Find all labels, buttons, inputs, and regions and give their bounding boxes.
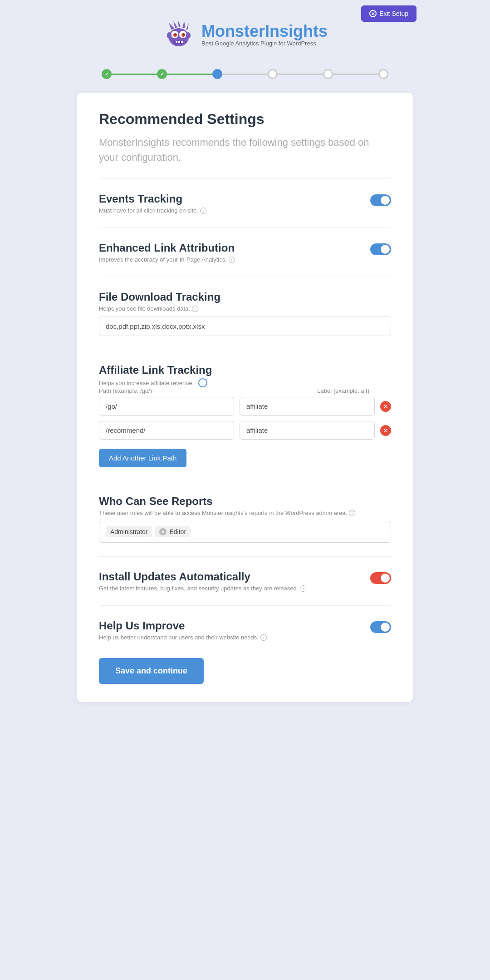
help-improve-section: Help Us Improve Help us better understan… — [99, 619, 391, 641]
help-improve-header: Help Us Improve Help us better understan… — [99, 619, 391, 641]
file-download-input[interactable] — [99, 317, 391, 336]
exit-icon: ✕ — [369, 10, 377, 17]
progress-bar — [68, 64, 422, 93]
progress-step-2 — [157, 69, 167, 79]
file-download-desc-text: Helps you see file downloads data. — [99, 305, 190, 312]
svg-point-16 — [167, 32, 172, 39]
install-updates-desc-text: Get the latest features, bug fixes, and … — [99, 585, 298, 592]
roles-tag-input[interactable]: Administrator ✕ Editor — [99, 521, 391, 543]
enhanced-link-toggle[interactable] — [370, 243, 391, 255]
file-download-title: File Download Tracking — [99, 291, 391, 303]
progress-step-3 — [212, 69, 222, 79]
install-updates-title: Install Updates Automatically — [99, 570, 306, 583]
affiliate-path-input-1[interactable] — [99, 397, 234, 416]
who-can-see-section: Who Can See Reports These user roles wil… — [99, 495, 391, 543]
divider-1 — [99, 178, 391, 179]
events-tracking-text: Events Tracking Must have for all click … — [99, 193, 206, 214]
logo-name-part1: Monster — [201, 22, 265, 40]
enhanced-link-toggle-knob — [381, 245, 390, 254]
exit-setup-label: Exit Setup — [379, 10, 408, 17]
who-can-see-desc: These user roles will be able to access … — [99, 510, 391, 516]
help-improve-title: Help Us Improve — [99, 619, 267, 632]
role-tag-editor: ✕ Editor — [155, 526, 191, 537]
monster-logo-icon — [162, 18, 195, 51]
enhanced-link-section: Enhanced Link Attribution Improves the a… — [99, 242, 391, 263]
help-improve-desc: Help us better understand our users and … — [99, 634, 267, 641]
logo-tagline: Best Google Analytics Plugin for WordPre… — [201, 40, 328, 47]
install-updates-info-icon[interactable]: i — [300, 585, 306, 592]
save-and-continue-button[interactable]: Save and continue — [99, 658, 204, 684]
help-improve-toggle-slider — [370, 621, 391, 633]
divider-6 — [99, 556, 391, 557]
install-updates-header: Install Updates Automatically Get the la… — [99, 570, 391, 592]
page-title: Recommended Settings — [99, 111, 391, 128]
svg-rect-13 — [176, 41, 177, 43]
svg-marker-4 — [182, 21, 185, 28]
affiliate-column-labels: Path (example: /go/) Label (example: aff… — [99, 387, 391, 394]
page-subtitle: MonsterInsights recommends the following… — [99, 135, 391, 165]
enhanced-link-header: Enhanced Link Attribution Improves the a… — [99, 242, 391, 263]
progress-line-1 — [112, 74, 157, 75]
events-tracking-desc: Must have for all click tracking on site… — [99, 207, 206, 214]
svg-rect-15 — [181, 41, 183, 43]
help-improve-toggle[interactable] — [370, 621, 391, 633]
progress-line-3 — [222, 74, 268, 75]
enhanced-link-text: Enhanced Link Attribution Improves the a… — [99, 242, 235, 263]
file-download-desc: Helps you see file downloads data. i — [99, 305, 391, 312]
affiliate-row-1: ✕ — [99, 397, 391, 416]
logo-name-part2: Insights — [265, 22, 328, 40]
affiliate-link-desc-text: Helps you increase affiliate revenue. — [99, 380, 194, 386]
enhanced-link-title: Enhanced Link Attribution — [99, 242, 235, 254]
enhanced-link-desc-text: Improves the accuracy of your In-Page An… — [99, 256, 227, 263]
events-tracking-toggle[interactable] — [370, 194, 391, 206]
help-improve-desc-text: Help us better understand our users and … — [99, 634, 259, 641]
enhanced-link-desc: Improves the accuracy of your In-Page An… — [99, 256, 235, 263]
progress-step-1 — [102, 69, 112, 79]
affiliate-label-input-1[interactable] — [240, 397, 375, 416]
enhanced-link-info-icon[interactable]: i — [229, 257, 235, 263]
install-updates-text: Install Updates Automatically Get the la… — [99, 570, 306, 592]
affiliate-path-input-2[interactable] — [99, 421, 234, 440]
svg-marker-2 — [173, 21, 177, 28]
file-download-section: File Download Tracking Helps you see fil… — [99, 291, 391, 336]
progress-step-6 — [378, 69, 388, 79]
svg-rect-14 — [178, 41, 180, 43]
progress-step-4 — [268, 69, 278, 79]
events-tracking-toggle-knob — [381, 196, 390, 205]
role-tag-editor-remove[interactable]: ✕ — [159, 528, 167, 535]
logo-text: MonsterInsights Best Google Analytics Pl… — [201, 22, 328, 47]
affiliate-link-title: Affiliate Link Tracking — [99, 364, 391, 376]
exit-setup-button[interactable]: ✕ Exit Setup — [361, 5, 416, 22]
affiliate-remove-button-1[interactable]: ✕ — [380, 401, 391, 412]
who-can-see-info-icon[interactable]: i — [349, 510, 355, 516]
progress-line-5 — [333, 74, 378, 75]
logo-name: MonsterInsights — [201, 22, 328, 40]
events-tracking-section: Events Tracking Must have for all click … — [99, 193, 391, 214]
enhanced-link-toggle-slider — [370, 243, 391, 255]
svg-point-17 — [186, 32, 191, 39]
install-updates-toggle[interactable] — [370, 572, 391, 584]
divider-5 — [99, 481, 391, 481]
install-updates-section: Install Updates Automatically Get the la… — [99, 570, 391, 592]
divider-7 — [99, 605, 391, 606]
events-tracking-info-icon[interactable]: i — [200, 208, 206, 214]
svg-point-10 — [175, 34, 176, 35]
role-tag-administrator-label: Administrator — [110, 528, 147, 535]
events-tracking-title: Events Tracking — [99, 193, 206, 205]
role-tag-administrator: Administrator — [106, 526, 152, 537]
file-download-info-icon[interactable]: i — [192, 306, 198, 312]
main-card: Recommended Settings MonsterInsights rec… — [77, 93, 413, 702]
install-updates-desc: Get the latest features, bug fixes, and … — [99, 585, 306, 592]
affiliate-path-label: Path (example: /go/) — [99, 387, 312, 394]
affiliate-link-info-icon[interactable]: i — [198, 378, 207, 387]
add-another-link-path-button[interactable]: Add Another Link Path — [99, 449, 186, 467]
role-tag-editor-label: Editor — [169, 528, 186, 535]
help-improve-info-icon[interactable]: i — [260, 634, 267, 641]
help-improve-toggle-knob — [381, 623, 390, 632]
svg-marker-1 — [169, 23, 174, 30]
affiliate-label-input-2[interactable] — [240, 421, 375, 440]
progress-line-4 — [278, 74, 323, 75]
svg-marker-3 — [178, 20, 181, 27]
affiliate-remove-button-2[interactable]: ✕ — [380, 425, 391, 436]
who-can-see-title: Who Can See Reports — [99, 495, 391, 508]
